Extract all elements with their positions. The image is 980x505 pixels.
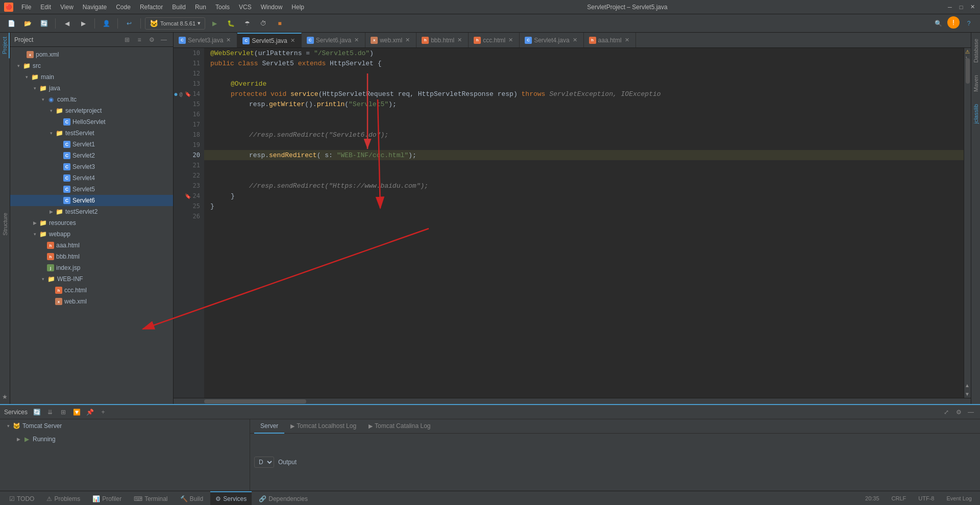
- tab-close-servlet6[interactable]: ✕: [353, 37, 360, 43]
- forward-button[interactable]: ▶: [76, 16, 90, 31]
- service-tab-localhost-log[interactable]: ▶ Tomcat Localhost Log: [284, 419, 362, 434]
- menu-file[interactable]: File: [17, 3, 35, 12]
- tree-item-pom[interactable]: x pom.xml: [10, 49, 173, 60]
- tab-web-xml[interactable]: x web.xml ✕: [365, 33, 416, 48]
- panel-gear-button[interactable]: ⚙: [146, 35, 157, 45]
- help-icon-button[interactable]: ?: [962, 16, 976, 31]
- tree-item-servlet1[interactable]: C Servlet1: [10, 139, 173, 150]
- scroll-thumb[interactable]: [966, 58, 970, 84]
- tab-close-aaa-html[interactable]: ✕: [624, 37, 630, 43]
- h-scroll-thumb[interactable]: [204, 399, 306, 403]
- services-refresh-button[interactable]: 🔄: [32, 407, 42, 417]
- search-button[interactable]: 🔍: [931, 16, 945, 31]
- menu-code[interactable]: Code: [112, 3, 135, 12]
- panel-expand-all-button[interactable]: ⊞: [122, 35, 132, 45]
- tree-item-servlet3[interactable]: C Servlet3: [10, 161, 173, 172]
- menu-window[interactable]: Window: [257, 3, 287, 12]
- services-gear-button[interactable]: ⚙: [953, 407, 964, 417]
- panel-hide-button[interactable]: —: [159, 35, 169, 45]
- tree-item-testservlet[interactable]: ▾ 📁 testServlet: [10, 128, 173, 139]
- tab-close-bbb-html[interactable]: ✕: [456, 37, 463, 43]
- favorites-button[interactable]: ★: [0, 392, 10, 402]
- tab-close-servlet3[interactable]: ✕: [225, 37, 232, 43]
- tree-item-bbb-html[interactable]: h bbb.html: [10, 251, 173, 262]
- services-expand-button[interactable]: ⤢: [941, 407, 951, 417]
- tree-item-webinf[interactable]: ▾ 📁 WEB-INF: [10, 273, 173, 285]
- tree-item-aaa-html[interactable]: h aaa.html: [10, 240, 173, 251]
- stop-button[interactable]: ■: [273, 16, 287, 31]
- tab-bbb-html[interactable]: h bbb.html ✕: [416, 33, 469, 48]
- tree-item-servletproject[interactable]: ▾ 📁 servletproject: [10, 105, 173, 116]
- project-tab-label[interactable]: Project: [1, 33, 10, 58]
- tree-item-resources[interactable]: ▶ 📁 resources: [10, 217, 173, 229]
- settings-button[interactable]: !: [947, 16, 960, 29]
- tree-item-ccc-html[interactable]: h ccc.html: [10, 285, 173, 296]
- menu-help[interactable]: Help: [287, 3, 308, 12]
- structure-tab-label[interactable]: Structure: [1, 209, 9, 240]
- services-filter-button[interactable]: 🔽: [71, 407, 82, 417]
- bottom-tab-dependencies[interactable]: 🔗 Dependencies: [254, 491, 313, 506]
- open-button[interactable]: 📂: [20, 16, 35, 31]
- tab-aaa-html[interactable]: h aaa.html ✕: [584, 33, 636, 48]
- menu-refactor[interactable]: Refactor: [136, 3, 167, 12]
- profile-button[interactable]: ⏱: [256, 16, 271, 31]
- back-button[interactable]: ◀: [60, 16, 74, 31]
- tree-item-servlet5[interactable]: C Servlet5: [10, 184, 173, 195]
- tree-item-web-xml[interactable]: x web.xml: [10, 296, 173, 307]
- jclasslib-tab-label[interactable]: jclasslib: [972, 100, 980, 128]
- menu-vcs[interactable]: VCS: [235, 3, 256, 12]
- tree-item-webapp[interactable]: ▾ 📁 webapp: [10, 229, 173, 240]
- bottom-tab-todo[interactable]: ☑ TODO: [4, 491, 39, 506]
- tab-close-web-xml[interactable]: ✕: [404, 37, 411, 43]
- minimize-button[interactable]: ─: [946, 4, 953, 11]
- menu-tools[interactable]: Tools: [211, 3, 234, 12]
- maximize-button[interactable]: □: [958, 4, 965, 11]
- services-tree-running[interactable]: ▶ ▶ Running: [0, 433, 250, 446]
- database-tab-label[interactable]: Database: [972, 35, 980, 67]
- scroll-down-button[interactable]: ▼: [964, 390, 971, 398]
- bottom-tab-services[interactable]: ⚙ Services: [210, 491, 252, 506]
- debug-button[interactable]: 🐛: [224, 16, 238, 31]
- menu-build[interactable]: Build: [168, 3, 190, 12]
- bottom-tab-build[interactable]: 🔨 Build: [175, 491, 209, 506]
- tab-servlet3[interactable]: C Servlet3.java ✕: [174, 33, 237, 48]
- code-editor[interactable]: @WebServlet(urlPatterns = "/Servlet5.do"…: [204, 48, 964, 398]
- tree-item-src[interactable]: ▾ 📁 src: [10, 60, 173, 71]
- service-tab-server[interactable]: Server: [254, 419, 284, 434]
- tab-close-ccc-html[interactable]: ✕: [507, 37, 514, 43]
- menu-run[interactable]: Run: [191, 3, 210, 12]
- tree-item-servlet6[interactable]: C Servlet6: [10, 195, 173, 206]
- event-log-button[interactable]: Event Log: [942, 495, 976, 501]
- tree-item-java[interactable]: ▾ 📁 java: [10, 83, 173, 94]
- services-add-button[interactable]: +: [98, 407, 108, 417]
- editor-scrollbar[interactable]: ⚠ 1 ▲ ▼: [964, 48, 971, 398]
- menu-edit[interactable]: Edit: [36, 3, 55, 12]
- run-config-selector[interactable]: 🐱 Tomcat 8.5.61 ▾: [145, 17, 205, 30]
- tree-item-testservlet2[interactable]: ▶ 📁 testServlet2: [10, 206, 173, 217]
- panel-collapse-all-button[interactable]: ≡: [134, 35, 144, 45]
- tab-close-servlet5[interactable]: ✕: [289, 37, 296, 44]
- bottom-tab-profiler[interactable]: 📊 Profiler: [87, 491, 127, 506]
- tree-item-servlet4[interactable]: C Servlet4: [10, 172, 173, 184]
- tab-servlet5[interactable]: C Servlet5.java ✕: [237, 33, 301, 48]
- vcs-button[interactable]: 👤: [99, 16, 113, 31]
- tree-item-com-ltc[interactable]: ▾ ◉ com.ltc: [10, 94, 173, 105]
- menu-navigate[interactable]: Navigate: [79, 3, 111, 12]
- undo-button[interactable]: ↩: [122, 16, 136, 31]
- tree-item-main[interactable]: ▾ 📁 main: [10, 71, 173, 83]
- tab-close-servlet4[interactable]: ✕: [572, 37, 578, 43]
- services-tree-tomcat[interactable]: ▾ 🐱 Tomcat Server: [0, 419, 250, 433]
- menu-view[interactable]: View: [56, 3, 78, 12]
- build-button[interactable]: ▶: [207, 16, 222, 31]
- scroll-up-button[interactable]: ▲: [964, 382, 971, 389]
- bottom-tab-terminal[interactable]: ⌨ Terminal: [129, 491, 173, 506]
- services-pin-button[interactable]: 📌: [85, 407, 95, 417]
- horizontal-scrollbar[interactable]: [174, 398, 971, 404]
- tree-item-index-jsp[interactable]: j index.jsp: [10, 262, 173, 273]
- services-close-button[interactable]: —: [966, 407, 976, 417]
- tree-item-helloservlet[interactable]: C HelloServlet: [10, 116, 173, 128]
- sync-button[interactable]: 🔄: [37, 16, 51, 31]
- services-group-button[interactable]: ⊞: [58, 407, 68, 417]
- services-collapse-all-button[interactable]: ⇊: [45, 407, 55, 417]
- new-file-button[interactable]: 📄: [4, 16, 18, 31]
